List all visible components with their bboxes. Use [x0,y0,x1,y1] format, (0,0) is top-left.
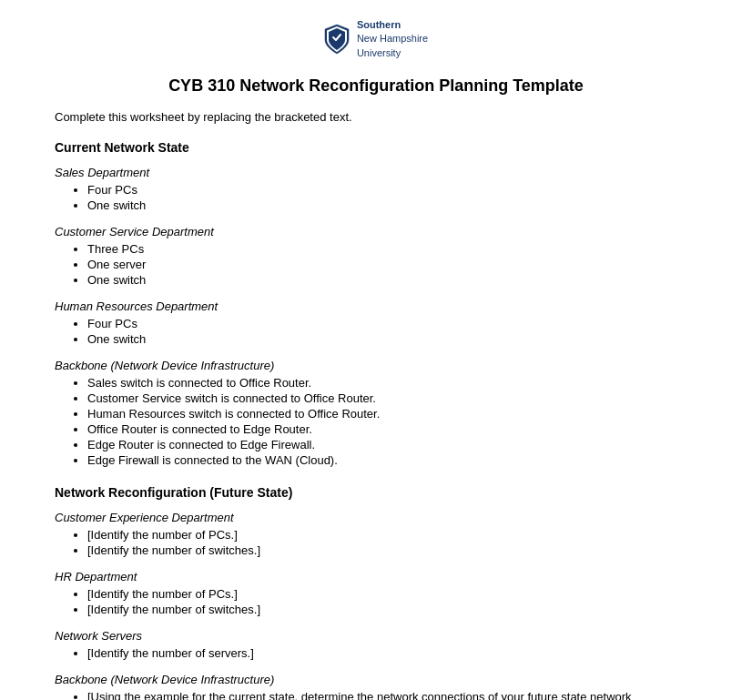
section1-heading: Current Network State [55,140,697,155]
list-item: Four PCs [87,317,697,330]
dept-customer-service: Customer Service Department Three PCs On… [55,225,697,287]
section-future-network: Network Reconfiguration (Future State) C… [55,485,697,700]
dept-backbone-current-list: Sales switch is connected to Office Rout… [55,376,697,467]
document-title: CYB 310 Network Reconfiguration Planning… [55,76,697,96]
shield-icon [324,24,350,55]
instruction-text: Complete this worksheet by replacing the… [55,110,697,124]
list-item: [Using the example for the current state… [87,690,697,700]
dept-backbone-future-list: [Using the example for the current state… [55,690,697,700]
list-item: [Identify the number of servers.] [87,646,697,660]
list-item: Office Router is connected to Edge Route… [87,422,697,436]
list-item: [Identify the number of switches.] [87,603,697,616]
dept-customer-experience-name: Customer Experience Department [55,511,697,524]
section-current-network: Current Network State Sales Department F… [55,140,697,467]
dept-network-servers-name: Network Servers [55,629,697,643]
list-item: [Identify the number of PCs.] [87,587,697,601]
dept-hr-future: HR Department [Identify the number of PC… [55,570,697,616]
dept-backbone-future: Backbone (Network Device Infrastructure)… [55,673,697,700]
dept-hr-list: Four PCs One switch [55,317,697,346]
list-item: [Identify the number of PCs.] [87,528,697,542]
header-logo: Southern New Hampshire University [55,18,697,60]
section2-heading: Network Reconfiguration (Future State) [55,485,697,500]
list-item: Edge Router is connected to Edge Firewal… [87,438,697,451]
dept-backbone-current: Backbone (Network Device Infrastructure)… [55,359,697,467]
dept-customer-service-list: Three PCs One server One switch [55,242,697,287]
list-item: [Identify the number of switches.] [87,543,697,557]
dept-sales-name: Sales Department [55,166,697,179]
dept-customer-experience: Customer Experience Department [Identify… [55,511,697,557]
logo-text: Southern New Hampshire University [357,18,428,60]
list-item: One server [87,258,697,271]
list-item: Sales switch is connected to Office Rout… [87,376,697,390]
dept-hr-name: Human Resources Department [55,299,697,313]
dept-customer-service-name: Customer Service Department [55,225,697,238]
list-item: Customer Service switch is connected to … [87,391,697,405]
list-item: One switch [87,198,697,212]
dept-hr-future-list: [Identify the number of PCs.] [Identify … [55,587,697,616]
dept-backbone-current-name: Backbone (Network Device Infrastructure) [55,359,697,372]
dept-hr-future-name: HR Department [55,570,697,583]
dept-network-servers-list: [Identify the number of servers.] [55,646,697,660]
list-item: Edge Firewall is connected to the WAN (C… [87,453,697,467]
list-item: One switch [87,332,697,346]
dept-sales: Sales Department Four PCs One switch [55,166,697,212]
dept-customer-experience-list: [Identify the number of PCs.] [Identify … [55,528,697,557]
dept-network-servers: Network Servers [Identify the number of … [55,629,697,660]
list-item: One switch [87,273,697,287]
dept-sales-list: Four PCs One switch [55,183,697,212]
list-item: Human Resources switch is connected to O… [87,407,697,421]
list-item: Four PCs [87,183,697,197]
list-item: Three PCs [87,242,697,256]
dept-backbone-future-name: Backbone (Network Device Infrastructure) [55,673,697,686]
dept-hr: Human Resources Department Four PCs One … [55,299,697,346]
